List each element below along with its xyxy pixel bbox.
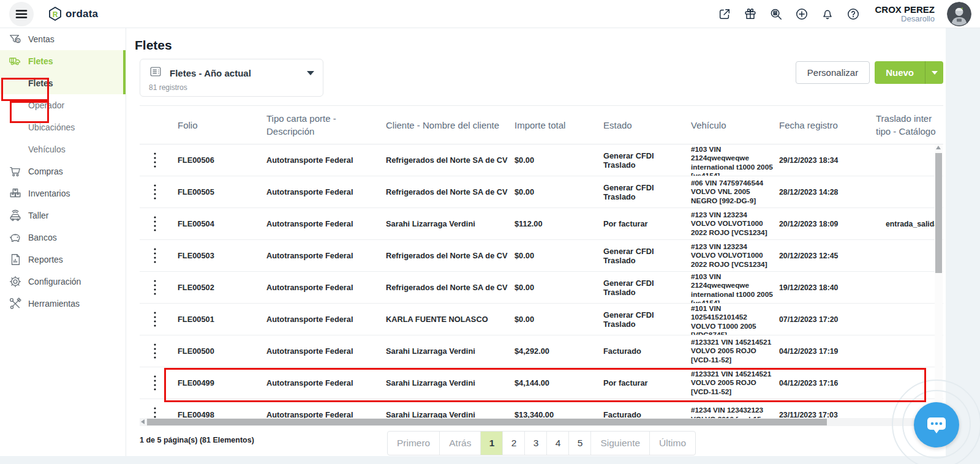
avatar-icon [947, 2, 971, 26]
row-menu-icon[interactable] [153, 279, 157, 297]
gift-icon[interactable] [744, 7, 757, 21]
pagination-page-1[interactable]: 1 [481, 432, 503, 455]
row-menu-icon[interactable] [153, 183, 157, 201]
fletes-table: Folio Tipo carta porte - Descripción Cli… [140, 105, 943, 426]
cell-fecha: 04/12/2023 17:19 [773, 347, 870, 356]
cell-cliente: Refrigerados del Norte SA de CV [380, 283, 508, 292]
cell-vehiculo: #103 VIN 2124qweqweqwe international t10… [685, 272, 773, 303]
cell-importe: $0.00 [508, 315, 597, 324]
cell-cliente: KARLA FUENTE NOLASCO [380, 315, 508, 324]
page-title: Fletes [135, 38, 980, 53]
sidebar: $ Ventas Fletes Fletes Operador Ub [0, 28, 126, 464]
cell-tipo: Autotransporte Federal [260, 219, 380, 228]
cell-fecha: 04/12/2023 17:16 [773, 379, 870, 387]
sidebar-subitem-ubicaciones[interactable]: Ubicaciónes [0, 116, 126, 138]
vertical-scrollbar[interactable] [935, 144, 943, 417]
sidebar-item-herramientas[interactable]: Herramientas [0, 293, 126, 315]
cell-cliente: Sarahi Lizarraga Verdini [380, 378, 508, 387]
pagination-page-2[interactable]: 2 [503, 432, 525, 455]
table-row[interactable]: FLE00505 Autotransporte Federal Refriger… [140, 176, 943, 208]
table-row[interactable]: FLE00501 Autotransporte Federal KARLA FU… [140, 304, 943, 335]
pagination-first[interactable]: Primero [388, 432, 440, 455]
sidebar-subitem-vehiculos[interactable]: Vehículos [0, 138, 126, 160]
pagination-page-5[interactable]: 5 [569, 432, 591, 455]
row-menu-icon[interactable] [153, 215, 157, 233]
cell-estado: Por facturar [597, 378, 685, 387]
cell-fecha: 28/12/2023 14:28 [773, 188, 870, 196]
cell-tipo: Autotransporte Federal [260, 346, 380, 356]
row-menu-icon[interactable] [153, 310, 157, 329]
cell-vehiculo: #123321 VIN 145214521 VOLVO 2005 ROJO [V… [685, 370, 773, 397]
hexagon-logo-icon: R [47, 6, 63, 22]
car-service-icon [9, 209, 22, 222]
new-button-dropdown[interactable] [925, 61, 943, 84]
user-block[interactable]: CROX PEREZ Desarollo [875, 4, 935, 24]
sidebar-item-compras[interactable]: Compras [0, 160, 126, 182]
sidebar-item-inventarios[interactable]: Inventarios [0, 182, 126, 204]
cell-estado: Generar CFDI Traslado [597, 247, 685, 265]
horizontal-scrollbar-thumb[interactable] [147, 419, 827, 425]
view-selector-dropdown[interactable]: Fletes - Año actual 81 registros [140, 59, 323, 97]
cell-estado: Generar CFDI Traslado [597, 310, 685, 329]
row-menu-icon[interactable] [153, 151, 157, 170]
sidebar-item-taller[interactable]: Taller [0, 204, 126, 226]
table-row-highlighted[interactable]: FLE00499 Autotransporte Federal Sarahi L… [140, 367, 943, 399]
cell-folio: FLE00499 [164, 378, 260, 387]
new-button[interactable]: Nuevo [875, 61, 925, 84]
row-menu-icon[interactable] [153, 247, 157, 265]
table-row[interactable]: FLE00500 Autotransporte Federal Sarahi L… [140, 335, 943, 367]
sidebar-item-fletes[interactable]: Fletes [0, 50, 126, 72]
cell-vehiculo: #123 VIN 123234 VOLVO VOLVOT1000 2022 RO… [685, 242, 773, 269]
cell-tipo: Autotransporte Federal [260, 315, 380, 324]
boxes-icon [9, 187, 22, 200]
search-records-icon[interactable] [769, 7, 783, 21]
sidebar-item-configuracion[interactable]: Configuración [0, 271, 126, 293]
row-menu-icon[interactable] [153, 374, 157, 392]
vertical-scrollbar-thumb[interactable] [935, 153, 942, 273]
sidebar-subitem-fletes[interactable]: Fletes [0, 72, 126, 94]
personalize-button[interactable]: Personalizar [796, 61, 870, 84]
sidebar-item-label: Taller [28, 211, 48, 220]
truck-icon [9, 54, 22, 68]
table-row[interactable]: FLE00503 Autotransporte Federal Refriger… [140, 240, 943, 272]
external-link-icon[interactable] [718, 7, 731, 21]
hamburger-menu-button[interactable] [9, 2, 34, 26]
notifications-icon[interactable] [821, 7, 834, 21]
cell-vehiculo: #103 VIN 2124qweqweqwe international t10… [685, 145, 773, 176]
gear-icon [9, 275, 22, 288]
sidebar-item-label: Ventas [28, 34, 55, 44]
sidebar-item-ventas[interactable]: $ Ventas [0, 28, 126, 50]
sidebar-subitem-label: Fletes [28, 78, 53, 88]
chat-bubble-icon [922, 410, 951, 440]
table-row[interactable]: FLE00502 Autotransporte Federal Refriger… [140, 272, 943, 304]
cell-estado: Generar CFDI Traslado [597, 183, 685, 201]
cell-estado: Generar CFDI Traslado [597, 279, 685, 297]
pagination-page-4[interactable]: 4 [547, 432, 569, 455]
cell-folio: FLE00503 [164, 251, 260, 260]
table-row[interactable]: FLE00506 Autotransporte Federal Refriger… [140, 144, 943, 176]
hamburger-icon [14, 7, 29, 21]
sidebar-item-reportes[interactable]: Reportes [0, 249, 126, 271]
horizontal-scrollbar[interactable] [140, 418, 943, 426]
help-icon[interactable] [846, 7, 860, 21]
table-row[interactable]: FLE00504 Autotransporte Federal Sarahi L… [140, 208, 943, 240]
add-icon[interactable] [795, 7, 809, 21]
avatar[interactable] [947, 2, 971, 26]
row-menu-icon[interactable] [153, 342, 157, 361]
cell-tipo: Autotransporte Federal [260, 187, 380, 196]
pagination-next[interactable]: Siguiente [591, 432, 650, 455]
scroll-left-arrow-icon[interactable] [141, 419, 145, 424]
scroll-up-arrow-icon[interactable] [936, 146, 941, 149]
cell-cliente: Sarahi Lizarraga Verdini [380, 219, 508, 228]
column-header-fecha: Fecha registro [773, 119, 870, 132]
cell-tipo: Autotransporte Federal [260, 155, 380, 165]
pagination-previous[interactable]: Atrás [440, 432, 481, 455]
cell-importe: $0.00 [508, 283, 597, 292]
sidebar-item-bancos[interactable]: Bancos [0, 226, 126, 249]
chat-button[interactable] [914, 402, 959, 447]
chevron-down-icon [932, 71, 938, 75]
pagination-page-3[interactable]: 3 [525, 432, 547, 455]
column-header-traslado: Traslado inter tipo - Catálogo [870, 112, 937, 138]
pagination-last[interactable]: Último [650, 432, 695, 455]
sidebar-subitem-operador[interactable]: Operador [0, 94, 126, 116]
